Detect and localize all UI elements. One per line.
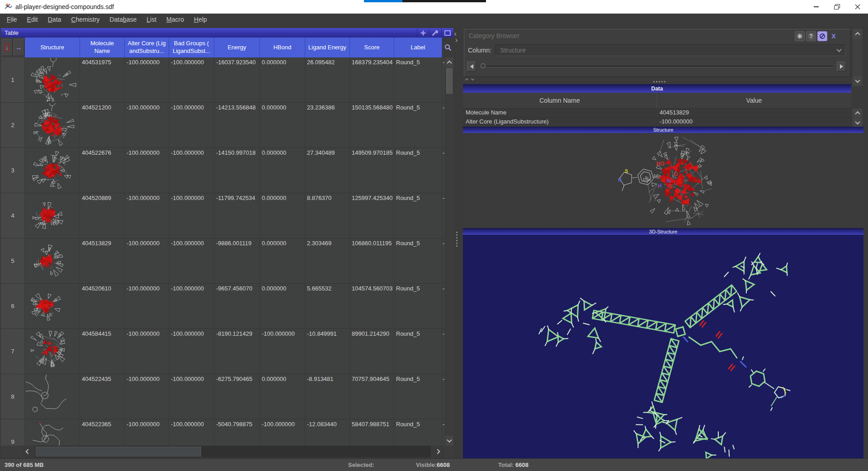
menu-item-data[interactable]: Data bbox=[43, 14, 66, 26]
cell-alter_core[interactable]: -100.000000 bbox=[125, 148, 169, 193]
minimize-button[interactable] bbox=[806, 0, 826, 14]
cell-hbond[interactable]: 0.000000 bbox=[260, 103, 305, 148]
cell-hbond[interactable]: 0.000000 bbox=[260, 148, 305, 193]
cell-bad_groups[interactable]: -100.000000 bbox=[169, 284, 214, 329]
cell-score[interactable]: 106860.011195 bbox=[350, 238, 394, 284]
cell-label[interactable]: Round_5 bbox=[394, 238, 442, 284]
table-row[interactable]: 8404522435-100.000000-100.000000-6275.79… bbox=[1, 374, 445, 419]
cell-alter_core[interactable]: -100.000000 bbox=[125, 238, 169, 284]
cell-hbond[interactable]: 0.000000 bbox=[260, 57, 305, 103]
cell-energy[interactable]: -5040.798875 bbox=[214, 419, 260, 446]
horizontal-scroll-track[interactable] bbox=[35, 446, 431, 457]
cell-extra[interactable]: - bbox=[442, 329, 445, 374]
structure-thumbnail-cell[interactable] bbox=[25, 284, 80, 329]
column-header-ligand_energy[interactable]: Ligand Energy bbox=[305, 38, 350, 57]
splitter-handle[interactable] bbox=[456, 232, 458, 233]
scroll-up-button[interactable] bbox=[445, 57, 453, 67]
structure-thumbnail-cell[interactable] bbox=[25, 374, 80, 419]
cell-alter_core[interactable]: -100.000000 bbox=[125, 329, 169, 374]
cell-label[interactable]: Round_5 bbox=[394, 419, 442, 446]
cell-score[interactable]: 89901.214290 bbox=[350, 329, 394, 374]
scroll-up-button[interactable] bbox=[853, 109, 863, 117]
cell-score[interactable]: 104574.560703 bbox=[350, 284, 394, 329]
scroll-right-button[interactable] bbox=[431, 446, 444, 457]
cell-extra[interactable]: - bbox=[442, 284, 445, 329]
cell-extra[interactable]: - bbox=[442, 148, 445, 193]
splitter-collapse-right[interactable] bbox=[455, 35, 457, 43]
cell-energy[interactable]: -14150.997018 bbox=[214, 148, 260, 193]
category-browser-scrollbar[interactable] bbox=[853, 29, 863, 86]
table-row[interactable]: 7404584415-100.000000-100.000000-8190.12… bbox=[1, 329, 445, 374]
cell-energy[interactable]: -16037.923540 bbox=[214, 57, 260, 103]
cell-ligand_energy[interactable]: 26.095482 bbox=[305, 57, 350, 103]
table-row[interactable]: 9404522365-100.000000-100.000000-5040.79… bbox=[1, 419, 445, 446]
cell-bad_groups[interactable]: -100.000000 bbox=[169, 193, 214, 238]
cell-score[interactable]: 125997.425340 bbox=[350, 193, 394, 238]
scroll-down-button[interactable] bbox=[853, 76, 863, 86]
cell-label[interactable]: Round_5 bbox=[394, 148, 442, 193]
scroll-left-button[interactable] bbox=[21, 446, 35, 457]
data-panel-scrollbar[interactable] bbox=[853, 109, 863, 127]
cell-molecule_name[interactable]: 404522435 bbox=[80, 374, 125, 419]
column-header-label[interactable]: Label bbox=[394, 38, 442, 57]
cell-bad_groups[interactable]: -100.000000 bbox=[169, 57, 214, 103]
cell-hbond[interactable]: -100.000000 bbox=[260, 419, 305, 446]
structure-thumbnail-cell[interactable] bbox=[25, 329, 80, 374]
column-dropdown[interactable]: Structure bbox=[495, 44, 846, 56]
menu-item-help[interactable]: Help bbox=[189, 14, 212, 26]
cell-extra[interactable]: - bbox=[442, 57, 445, 103]
table-horizontal-scrollbar[interactable] bbox=[1, 446, 453, 457]
cell-hbond[interactable]: 0.000000 bbox=[260, 193, 305, 238]
cell-ligand_energy[interactable]: 27.340489 bbox=[305, 148, 350, 193]
cell-bad_groups[interactable]: -100.000000 bbox=[169, 374, 214, 419]
table-row[interactable]: 5404513829-100.000000-100.000000-9886.00… bbox=[1, 238, 445, 284]
column-header-score[interactable]: Score bbox=[350, 38, 394, 57]
menu-item-list[interactable]: List bbox=[142, 14, 161, 26]
table-row[interactable]: 6404520610-100.000000-100.000000-9657.45… bbox=[1, 284, 445, 329]
cell-molecule_name[interactable]: 404531975 bbox=[80, 57, 125, 103]
cell-molecule_name[interactable]: 404584415 bbox=[80, 329, 125, 374]
menu-item-file[interactable]: File bbox=[2, 14, 22, 26]
column-header-hbond[interactable]: HBond bbox=[260, 38, 305, 57]
cell-bad_groups[interactable]: -100.000000 bbox=[169, 419, 214, 446]
cell-hbond[interactable]: 0.000000 bbox=[260, 284, 305, 329]
table-row[interactable]: 2404521200-100.000000-100.000000-14213.5… bbox=[1, 103, 445, 148]
search-button[interactable] bbox=[442, 38, 453, 57]
cell-score[interactable]: 149509.970185 bbox=[350, 148, 394, 193]
tools-button[interactable] bbox=[429, 29, 441, 37]
cell-energy[interactable]: -8190.121429 bbox=[214, 329, 260, 374]
cell-ligand_energy[interactable]: -10.849991 bbox=[305, 329, 350, 374]
slider-right-button[interactable] bbox=[837, 62, 846, 71]
maximize-panel-button[interactable] bbox=[441, 29, 453, 37]
column-header-alter_core[interactable]: Alter Core (Lig andSubstru... bbox=[125, 38, 169, 57]
scroll-down-button[interactable] bbox=[853, 118, 863, 127]
cell-hbond[interactable]: -100.000000 bbox=[260, 329, 305, 374]
cell-score[interactable]: 58407.988751 bbox=[350, 419, 394, 446]
structure-thumbnail-cell[interactable] bbox=[25, 57, 80, 103]
structure-thumbnail-cell[interactable] bbox=[25, 148, 80, 193]
cell-alter_core[interactable]: -100.000000 bbox=[125, 193, 169, 238]
cell-extra[interactable]: - bbox=[442, 419, 445, 446]
menu-item-database[interactable]: Database bbox=[104, 14, 142, 26]
cell-label[interactable]: Round_5 bbox=[394, 193, 442, 238]
cell-extra[interactable]: - bbox=[442, 103, 445, 148]
slider-left-button[interactable] bbox=[467, 62, 476, 71]
table-vertical-scrollbar[interactable] bbox=[445, 57, 453, 446]
help-button[interactable]: ? bbox=[806, 31, 816, 41]
structure-thumbnail-cell[interactable] bbox=[25, 238, 80, 284]
cell-label[interactable]: Round_5 bbox=[394, 329, 442, 374]
add-column-button[interactable] bbox=[417, 29, 429, 37]
data-row[interactable]: Alter Core (LigandSubstructure)-100.0000… bbox=[463, 118, 851, 127]
cell-molecule_name[interactable]: 404520610 bbox=[80, 284, 125, 329]
cell-ligand_energy[interactable]: -12.083440 bbox=[305, 419, 350, 446]
cell-label[interactable]: Round_5 bbox=[394, 57, 442, 103]
collapse-down-button[interactable] bbox=[471, 77, 474, 81]
cell-molecule_name[interactable]: 404520889 bbox=[80, 193, 125, 238]
panel-splitter-handle[interactable] bbox=[653, 81, 655, 82]
structure-thumbnail-cell[interactable] bbox=[25, 103, 80, 148]
cell-ligand_energy[interactable]: -8.913481 bbox=[305, 374, 350, 419]
cell-alter_core[interactable]: -100.000000 bbox=[125, 284, 169, 329]
cell-alter_core[interactable]: -100.000000 bbox=[125, 419, 169, 446]
cell-bad_groups[interactable]: -100.000000 bbox=[169, 329, 214, 374]
resize-columns-button[interactable]: ↔ bbox=[14, 39, 24, 56]
